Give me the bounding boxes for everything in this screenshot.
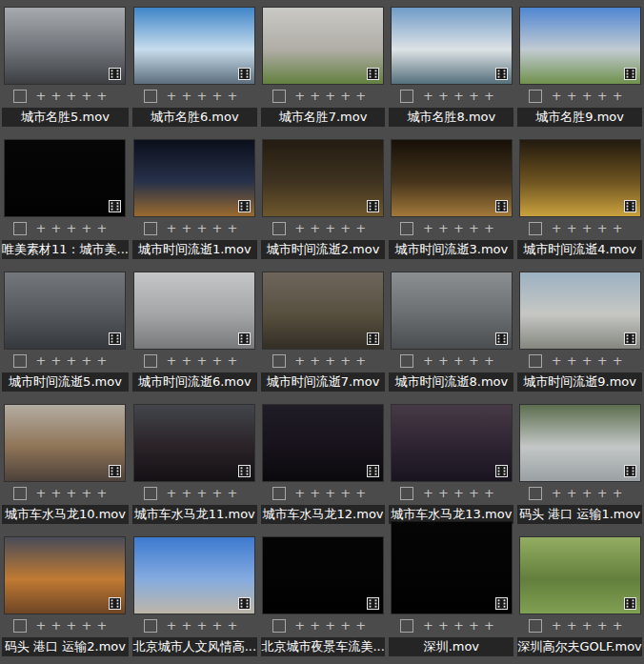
rating-plus-icon[interactable]: + xyxy=(164,222,179,234)
rating-plus-icon[interactable]: + xyxy=(549,619,564,632)
filename-label[interactable]: 城市名胜8.mov xyxy=(407,108,495,127)
rating-plus-icon[interactable]: + xyxy=(94,222,110,234)
video-thumbnail[interactable] xyxy=(263,405,383,481)
rating-plus-icon[interactable]: + xyxy=(49,222,64,234)
rating-plus-icon[interactable]: + xyxy=(420,354,435,367)
rating-plus-icon[interactable]: + xyxy=(79,619,94,632)
rating-plus-icon[interactable]: + xyxy=(338,90,353,102)
filename-label[interactable]: 码头 港口 运输1.mov xyxy=(519,505,640,524)
video-thumbnail[interactable] xyxy=(263,140,383,216)
rating-plus-icon[interactable]: + xyxy=(579,222,594,234)
video-thumbnail[interactable] xyxy=(263,537,383,614)
rating-plus-icon[interactable]: + xyxy=(420,222,435,234)
rating-plus-icon[interactable]: + xyxy=(292,354,308,367)
rating-plus-icon[interactable]: + xyxy=(610,222,625,234)
rating-plus-icon[interactable]: + xyxy=(210,222,225,234)
rating-plus-icon[interactable]: + xyxy=(338,487,353,499)
rating-plus-icon[interactable]: + xyxy=(435,487,451,499)
select-checkbox[interactable] xyxy=(144,90,157,103)
rating-plus-icon[interactable]: + xyxy=(194,487,210,499)
rating-plus-icon[interactable]: + xyxy=(420,90,435,102)
select-checkbox[interactable] xyxy=(272,90,286,103)
filename-label[interactable]: 城市时间流逝1.mov xyxy=(138,240,252,259)
rating-plus-icon[interactable]: + xyxy=(292,487,308,499)
video-thumbnail[interactable] xyxy=(5,272,125,349)
filename-label[interactable]: 城市时间流逝8.mov xyxy=(394,372,508,392)
rating-plus-icon[interactable]: + xyxy=(64,222,79,234)
select-checkbox[interactable] xyxy=(13,354,27,368)
rating-plus-icon[interactable]: + xyxy=(353,354,369,367)
rating-plus-icon[interactable]: + xyxy=(179,90,194,102)
rating-plus-icon[interactable]: + xyxy=(308,487,323,499)
rating-plus-icon[interactable]: + xyxy=(481,222,496,234)
rating-plus-icon[interactable]: + xyxy=(323,90,338,102)
rating-plus-icon[interactable]: + xyxy=(225,90,240,102)
video-thumbnail[interactable] xyxy=(134,537,254,614)
video-thumbnail[interactable] xyxy=(134,8,254,84)
rating-plus-icon[interactable]: + xyxy=(435,90,451,102)
rating-plus-icon[interactable]: + xyxy=(594,487,610,499)
video-thumbnail[interactable] xyxy=(263,272,383,349)
select-checkbox[interactable] xyxy=(400,619,413,633)
rating-plus-icon[interactable]: + xyxy=(94,487,110,499)
rating-plus-icon[interactable]: + xyxy=(481,354,496,367)
video-thumbnail[interactable] xyxy=(5,405,125,481)
rating-plus-icon[interactable]: + xyxy=(323,619,338,632)
filename-label[interactable]: 城市时间流逝7.mov xyxy=(267,372,380,392)
rating-plus-icon[interactable]: + xyxy=(466,619,481,632)
select-checkbox[interactable] xyxy=(272,354,286,368)
rating-plus-icon[interactable]: + xyxy=(194,354,210,367)
rating-plus-icon[interactable]: + xyxy=(210,354,225,367)
rating-plus-icon[interactable]: + xyxy=(549,354,564,367)
video-thumbnail[interactable] xyxy=(520,8,640,84)
select-checkbox[interactable] xyxy=(529,90,542,103)
rating-plus-icon[interactable]: + xyxy=(579,90,594,102)
select-checkbox[interactable] xyxy=(13,619,27,633)
rating-plus-icon[interactable]: + xyxy=(594,222,610,234)
rating-plus-icon[interactable]: + xyxy=(94,90,110,102)
rating-plus-icon[interactable]: + xyxy=(594,619,610,632)
rating-plus-icon[interactable]: + xyxy=(466,354,481,367)
select-checkbox[interactable] xyxy=(529,487,542,500)
rating-plus-icon[interactable]: + xyxy=(549,222,564,234)
video-thumbnail[interactable] xyxy=(134,272,254,349)
filename-label[interactable]: 城市车水马龙10.mov xyxy=(5,505,126,524)
rating-plus-icon[interactable]: + xyxy=(466,90,481,102)
rating-plus-icon[interactable]: + xyxy=(308,619,323,632)
rating-plus-icon[interactable]: + xyxy=(33,354,49,367)
rating-plus-icon[interactable]: + xyxy=(481,90,496,102)
rating-plus-icon[interactable]: + xyxy=(451,354,466,367)
video-thumbnail[interactable] xyxy=(134,140,254,216)
select-checkbox[interactable] xyxy=(13,90,27,103)
rating-plus-icon[interactable]: + xyxy=(610,487,625,499)
rating-plus-icon[interactable]: + xyxy=(579,619,594,632)
select-checkbox[interactable] xyxy=(529,354,542,368)
rating-plus-icon[interactable]: + xyxy=(594,90,610,102)
rating-plus-icon[interactable]: + xyxy=(210,487,225,499)
rating-plus-icon[interactable]: + xyxy=(33,222,49,234)
rating-plus-icon[interactable]: + xyxy=(338,354,353,367)
video-thumbnail[interactable] xyxy=(134,405,254,481)
filename-label[interactable]: 城市名胜9.mov xyxy=(535,108,624,127)
filename-label[interactable]: 城市时间流逝5.mov xyxy=(9,372,122,392)
video-thumbnail[interactable] xyxy=(392,140,512,216)
rating-plus-icon[interactable]: + xyxy=(194,90,210,102)
rating-plus-icon[interactable]: + xyxy=(564,90,579,102)
rating-plus-icon[interactable]: + xyxy=(33,619,49,632)
rating-plus-icon[interactable]: + xyxy=(564,487,579,499)
rating-plus-icon[interactable]: + xyxy=(64,354,79,367)
filename-label[interactable]: 深圳.mov xyxy=(424,637,479,656)
rating-plus-icon[interactable]: + xyxy=(94,619,110,632)
select-checkbox[interactable] xyxy=(400,222,413,235)
select-checkbox[interactable] xyxy=(144,619,157,633)
rating-plus-icon[interactable]: + xyxy=(49,90,64,102)
rating-plus-icon[interactable]: + xyxy=(179,354,194,367)
rating-plus-icon[interactable]: + xyxy=(79,487,94,499)
select-checkbox[interactable] xyxy=(400,487,413,500)
rating-plus-icon[interactable]: + xyxy=(323,487,338,499)
rating-plus-icon[interactable]: + xyxy=(338,222,353,234)
filename-label[interactable]: 城市车水马龙13.mov xyxy=(391,505,512,524)
rating-plus-icon[interactable]: + xyxy=(549,90,564,102)
rating-plus-icon[interactable]: + xyxy=(323,354,338,367)
rating-plus-icon[interactable]: + xyxy=(225,222,240,234)
